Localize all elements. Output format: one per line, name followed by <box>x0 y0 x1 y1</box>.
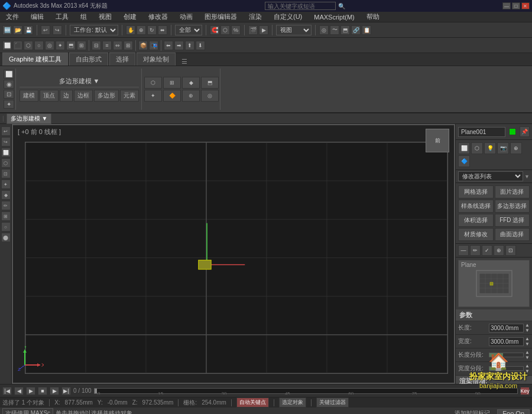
menu-item-animation[interactable]: 动画 <box>176 12 196 22</box>
rp-icon-shape[interactable]: ⬡ <box>471 142 483 154</box>
ribbon-extra-btn-1[interactable]: ⬡ <box>144 77 162 89</box>
param-width-arrows[interactable]: ▲▼ <box>525 336 530 347</box>
nav-btn-3[interactable]: ⬆ <box>185 41 194 50</box>
search-input[interactable] <box>265 2 336 10</box>
tab-object-paint[interactable]: 对象绘制 <box>137 53 176 66</box>
left-tool-4[interactable]: ⬡ <box>1 158 11 168</box>
distribute-btn[interactable]: ≡ <box>102 41 112 50</box>
mini-ctrl-4[interactable]: ⊕ <box>494 245 504 256</box>
select-btn[interactable]: ✋ <box>126 25 135 35</box>
new-btn[interactable]: 🆕 <box>2 25 12 35</box>
mini-ctrl-5[interactable]: ⊡ <box>505 245 516 256</box>
timeline-prev-btn[interactable]: |◀ <box>2 387 12 395</box>
snap-angle-btn[interactable]: ⬡ <box>220 25 230 35</box>
render-setup-btn[interactable]: 🎬 <box>248 25 258 35</box>
foo-on-btn[interactable]: Foo On <box>497 409 530 414</box>
obj-btn-8[interactable]: ⊞ <box>77 41 86 50</box>
ribbon-extra-btn-3[interactable]: ◆ <box>182 77 200 89</box>
ribbon-btn-polygon[interactable]: 多边形 <box>94 90 119 102</box>
layer-manager-btn[interactable]: 📋 <box>362 25 371 35</box>
obj-btn-7[interactable]: ⬒ <box>66 41 76 50</box>
auto-key-btn[interactable]: 自动关键点 <box>236 397 269 408</box>
undo-btn[interactable]: ↩ <box>41 25 50 35</box>
left-tool-3[interactable]: ⬜ <box>1 148 11 157</box>
param-length-segs-slider[interactable] <box>489 353 524 357</box>
mod-btn-face-select[interactable]: 面片选择 <box>495 185 530 198</box>
select-filter-dropdown[interactable]: 全部 <box>175 25 202 35</box>
timeline-next-btn[interactable]: ▶| <box>61 387 71 395</box>
left-tool-8[interactable]: ✏ <box>1 201 11 210</box>
obj-btn-1[interactable]: ⬜ <box>2 41 12 50</box>
render-btn[interactable]: ▶ <box>259 25 268 35</box>
menu-item-edit[interactable]: 编辑 <box>27 12 47 22</box>
menu-item-modifier[interactable]: 修改器 <box>145 12 171 22</box>
array-btn[interactable]: ⊞ <box>124 41 133 50</box>
ribbon-tool-2[interactable]: ◉ <box>4 80 14 89</box>
menu-item-file[interactable]: 文件 <box>2 12 22 22</box>
nav-btn-2[interactable]: ➡ <box>174 41 184 50</box>
ribbon-extra-btn-8[interactable]: ◎ <box>201 90 219 102</box>
scale-btn[interactable]: ⬌ <box>158 25 167 35</box>
timeline-track[interactable]: 0 15 30 45 60 75 90 <box>94 388 518 394</box>
ribbon-tool-3[interactable]: ⊡ <box>4 90 14 99</box>
ribbon-btn-element[interactable]: 元素 <box>120 90 139 102</box>
left-tool-10[interactable]: ○ <box>1 222 11 232</box>
mini-ctrl-2[interactable]: ✏ <box>470 245 481 256</box>
param-length-input[interactable] <box>489 324 524 332</box>
move-btn[interactable]: ⊕ <box>137 25 146 35</box>
viewport[interactable]: [ +0 前 0 线框 ] 前 <box>12 124 455 384</box>
save-btn[interactable]: 💾 <box>24 25 33 35</box>
left-tool-1[interactable]: ↩ <box>1 126 11 136</box>
mod-btn-material[interactable]: 材质修改 <box>458 228 494 241</box>
ribbon-btn-modeling[interactable]: 建模 <box>20 90 38 102</box>
mod-btn-spline-select[interactable]: 样条线选择 <box>458 200 494 213</box>
menu-item-create[interactable]: 创建 <box>120 12 140 22</box>
key-filter-btn[interactable]: 关键过滤器 <box>316 397 349 408</box>
modifier-list-dropdown[interactable]: 修改器列表 <box>458 171 523 181</box>
mirror-btn[interactable]: ⇔ <box>113 41 122 50</box>
schematic-view-btn[interactable]: ⬒ <box>340 25 350 35</box>
obj-btn-2[interactable]: ⬛ <box>13 41 22 50</box>
group-btn[interactable]: 📦 <box>138 41 148 50</box>
mod-btn-poly-select[interactable]: 多边形选择 <box>495 200 530 213</box>
file-link-btn[interactable]: 🔗 <box>351 25 361 35</box>
left-tool-11[interactable]: ⬤ <box>1 233 11 242</box>
obj-btn-3[interactable]: ⬡ <box>24 41 33 50</box>
ribbon-btn-border[interactable]: 边框 <box>74 90 93 102</box>
ribbon-tool-4[interactable]: ✦ <box>4 100 14 109</box>
param-length-segs-arrows[interactable]: ▲▼ <box>525 350 530 360</box>
workspace-dropdown[interactable]: 工作台: 默认 <box>70 25 118 35</box>
menu-item-graph-editor[interactable]: 图形编辑器 <box>201 12 241 22</box>
menu-item-view[interactable]: 视图 <box>95 12 115 22</box>
left-tool-2[interactable]: ↪ <box>1 137 11 146</box>
ribbon-extra-btn-5[interactable]: ✦ <box>144 90 162 102</box>
object-name-input[interactable] <box>458 127 505 137</box>
align-btn[interactable]: ⊟ <box>92 41 101 50</box>
ribbon-extra-btn-6[interactable]: 🔶 <box>163 90 181 102</box>
param-length-arrows[interactable]: ▲▼ <box>525 322 530 333</box>
object-color-swatch[interactable] <box>509 128 516 135</box>
mod-btn-ffd-select[interactable]: FFD 选择 <box>495 214 530 227</box>
timeline-next-frame-btn[interactable]: ▶ <box>50 387 59 395</box>
left-tool-6[interactable]: ✦ <box>1 180 11 189</box>
menu-item-help[interactable]: 帮助 <box>363 12 383 22</box>
obj-btn-6[interactable]: ✦ <box>56 41 65 50</box>
subrow-label-active[interactable]: 多边形建模 ▼ <box>7 113 52 124</box>
material-editor-btn[interactable]: ◎ <box>319 25 329 35</box>
menu-item-group[interactable]: 组 <box>77 12 90 22</box>
left-tool-9[interactable]: ⊞ <box>1 211 11 221</box>
open-btn[interactable]: 📂 <box>13 25 22 35</box>
ribbon-tool-1[interactable]: ⬜ <box>4 70 14 79</box>
rp-icon-scene[interactable]: ⬜ <box>458 142 470 154</box>
menu-item-customize[interactable]: 自定义(U) <box>270 12 306 22</box>
snap-btn[interactable]: 🧲 <box>210 25 219 35</box>
nav-btn-1[interactable]: ⬅ <box>164 41 173 50</box>
timeline-stop-btn[interactable]: ■ <box>38 387 47 395</box>
mod-btn-mesh-select[interactable]: 网格选择 <box>458 185 494 198</box>
snap-percent-btn[interactable]: % <box>231 25 241 35</box>
nav-btn-4[interactable]: ⬇ <box>196 41 205 50</box>
select-btn-status[interactable]: 选定对象 <box>279 397 306 408</box>
tab-graphite[interactable]: Graphite 建模工具 <box>2 53 68 66</box>
timeline-key-btn[interactable]: Key <box>520 387 530 395</box>
ribbon-btn-edge[interactable]: 边 <box>60 90 73 102</box>
